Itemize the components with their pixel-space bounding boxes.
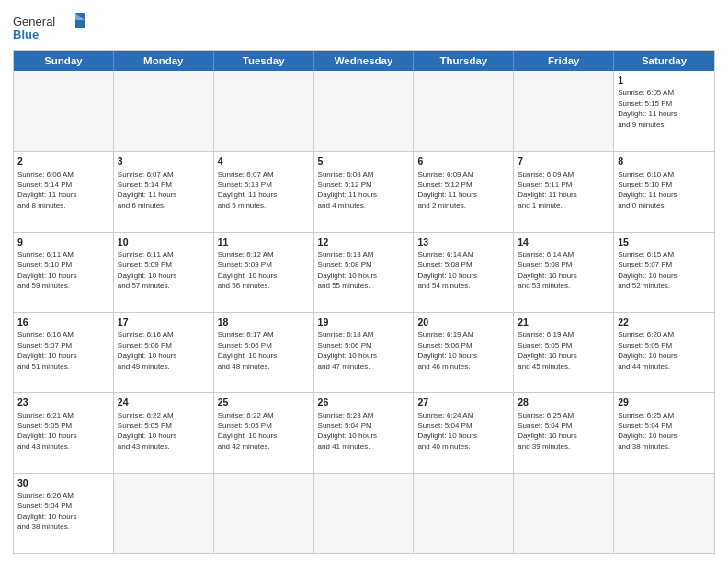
cell-day-number: 16 — [17, 316, 109, 328]
cell-day-number: 17 — [118, 316, 210, 328]
calendar-cell-3: 3Sunrise: 6:07 AM Sunset: 5:14 PM Daylig… — [114, 152, 214, 231]
general-blue-logo-icon: General Blue — [13, 11, 86, 44]
calendar-cell-empty — [414, 474, 514, 553]
calendar: SundayMondayTuesdayWednesdayThursdayFrid… — [13, 50, 715, 554]
cell-day-number: 15 — [618, 236, 711, 248]
cell-sun-info: Sunrise: 6:19 AM Sunset: 5:05 PM Dayligh… — [518, 330, 576, 370]
cell-sun-info: Sunrise: 6:25 AM Sunset: 5:04 PM Dayligh… — [518, 411, 576, 451]
cell-sun-info: Sunrise: 6:11 AM Sunset: 5:09 PM Dayligh… — [118, 250, 176, 290]
calendar-cell-13: 13Sunrise: 6:14 AM Sunset: 5:08 PM Dayli… — [414, 233, 514, 312]
cell-sun-info: Sunrise: 6:20 AM Sunset: 5:05 PM Dayligh… — [618, 330, 677, 370]
calendar-cell-23: 23Sunrise: 6:21 AM Sunset: 5:05 PM Dayli… — [14, 393, 114, 472]
cell-day-number: 19 — [318, 316, 410, 328]
cell-day-number: 14 — [518, 236, 609, 248]
cell-sun-info: Sunrise: 6:16 AM Sunset: 5:07 PM Dayligh… — [17, 330, 76, 370]
cell-sun-info: Sunrise: 6:16 AM Sunset: 5:06 PM Dayligh… — [118, 330, 176, 370]
calendar-cell-17: 17Sunrise: 6:16 AM Sunset: 5:06 PM Dayli… — [114, 313, 214, 392]
cell-day-number: 25 — [218, 396, 310, 408]
cell-sun-info: Sunrise: 6:19 AM Sunset: 5:06 PM Dayligh… — [417, 330, 476, 370]
calendar-cell-empty — [114, 71, 214, 151]
cell-sun-info: Sunrise: 6:07 AM Sunset: 5:13 PM Dayligh… — [218, 170, 277, 210]
cell-sun-info: Sunrise: 6:14 AM Sunset: 5:08 PM Dayligh… — [417, 250, 476, 290]
calendar-cell-empty — [514, 474, 614, 553]
cell-day-number: 20 — [417, 316, 509, 328]
calendar-row: 23Sunrise: 6:21 AM Sunset: 5:05 PM Dayli… — [14, 392, 714, 472]
cell-sun-info: Sunrise: 6:06 AM Sunset: 5:14 PM Dayligh… — [17, 170, 76, 210]
cell-day-number: 11 — [218, 236, 310, 248]
cell-sun-info: Sunrise: 6:26 AM Sunset: 5:04 PM Dayligh… — [17, 491, 76, 531]
calendar-cell-27: 27Sunrise: 6:24 AM Sunset: 5:04 PM Dayli… — [414, 393, 514, 472]
cell-sun-info: Sunrise: 6:22 AM Sunset: 5:05 PM Dayligh… — [118, 411, 176, 451]
cell-sun-info: Sunrise: 6:15 AM Sunset: 5:07 PM Dayligh… — [618, 250, 677, 290]
day-header-monday: Monday — [114, 51, 214, 71]
cell-sun-info: Sunrise: 6:09 AM Sunset: 5:11 PM Dayligh… — [518, 170, 576, 210]
calendar-cell-9: 9Sunrise: 6:11 AM Sunset: 5:10 PM Daylig… — [14, 233, 114, 312]
cell-day-number: 27 — [417, 396, 509, 408]
day-header-friday: Friday — [514, 51, 614, 71]
cell-day-number: 10 — [118, 236, 210, 248]
cell-day-number: 1 — [618, 74, 711, 86]
calendar-cell-12: 12Sunrise: 6:13 AM Sunset: 5:08 PM Dayli… — [314, 233, 415, 312]
cell-sun-info: Sunrise: 6:08 AM Sunset: 5:12 PM Dayligh… — [318, 170, 377, 210]
day-header-wednesday: Wednesday — [314, 51, 415, 71]
svg-text:Blue: Blue — [13, 28, 39, 41]
cell-day-number: 28 — [518, 396, 609, 408]
cell-sun-info: Sunrise: 6:09 AM Sunset: 5:12 PM Dayligh… — [417, 170, 476, 210]
calendar-cell-empty — [514, 71, 614, 151]
svg-text:General: General — [13, 15, 55, 29]
cell-sun-info: Sunrise: 6:21 AM Sunset: 5:05 PM Dayligh… — [17, 411, 76, 451]
cell-day-number: 13 — [417, 236, 509, 248]
header: General Blue — [13, 11, 715, 44]
calendar-cell-20: 20Sunrise: 6:19 AM Sunset: 5:06 PM Dayli… — [414, 313, 514, 392]
page: General Blue SundayMondayTuesdayWednesda… — [0, 0, 728, 563]
cell-day-number: 6 — [417, 155, 509, 167]
cell-sun-info: Sunrise: 6:12 AM Sunset: 5:09 PM Dayligh… — [218, 250, 277, 290]
calendar-cell-11: 11Sunrise: 6:12 AM Sunset: 5:09 PM Dayli… — [214, 233, 314, 312]
calendar-row: 16Sunrise: 6:16 AM Sunset: 5:07 PM Dayli… — [14, 312, 714, 392]
cell-sun-info: Sunrise: 6:11 AM Sunset: 5:10 PM Dayligh… — [17, 250, 76, 290]
cell-day-number: 23 — [17, 396, 109, 408]
calendar-cell-26: 26Sunrise: 6:23 AM Sunset: 5:04 PM Dayli… — [314, 393, 415, 472]
calendar-row: 1Sunrise: 6:05 AM Sunset: 5:15 PM Daylig… — [14, 71, 714, 151]
cell-day-number: 26 — [318, 396, 410, 408]
cell-sun-info: Sunrise: 6:24 AM Sunset: 5:04 PM Dayligh… — [417, 411, 476, 451]
calendar-cell-2: 2Sunrise: 6:06 AM Sunset: 5:14 PM Daylig… — [14, 152, 114, 231]
calendar-cell-19: 19Sunrise: 6:18 AM Sunset: 5:06 PM Dayli… — [314, 313, 415, 392]
calendar-cell-25: 25Sunrise: 6:22 AM Sunset: 5:05 PM Dayli… — [214, 393, 314, 472]
cell-day-number: 24 — [118, 396, 210, 408]
cell-day-number: 30 — [17, 477, 109, 489]
logo: General Blue — [13, 11, 86, 44]
calendar-cell-1: 1Sunrise: 6:05 AM Sunset: 5:15 PM Daylig… — [614, 71, 714, 151]
cell-day-number: 9 — [17, 236, 109, 248]
cell-day-number: 12 — [318, 236, 410, 248]
calendar-cell-7: 7Sunrise: 6:09 AM Sunset: 5:11 PM Daylig… — [514, 152, 614, 231]
cell-day-number: 22 — [618, 316, 711, 328]
calendar-cell-empty — [114, 474, 214, 553]
cell-day-number: 7 — [518, 155, 609, 167]
cell-sun-info: Sunrise: 6:25 AM Sunset: 5:04 PM Dayligh… — [618, 411, 677, 451]
cell-day-number: 5 — [318, 155, 410, 167]
calendar-cell-15: 15Sunrise: 6:15 AM Sunset: 5:07 PM Dayli… — [614, 233, 714, 312]
day-header-thursday: Thursday — [414, 51, 514, 71]
calendar-cell-empty — [14, 71, 114, 151]
cell-day-number: 3 — [118, 155, 210, 167]
calendar-cell-empty — [214, 71, 314, 151]
day-header-sunday: Sunday — [14, 51, 114, 71]
calendar-cell-28: 28Sunrise: 6:25 AM Sunset: 5:04 PM Dayli… — [514, 393, 614, 472]
day-header-tuesday: Tuesday — [214, 51, 314, 71]
cell-sun-info: Sunrise: 6:18 AM Sunset: 5:06 PM Dayligh… — [318, 330, 377, 370]
calendar-cell-22: 22Sunrise: 6:20 AM Sunset: 5:05 PM Dayli… — [614, 313, 714, 392]
calendar-cell-empty — [314, 474, 415, 553]
calendar-cell-empty — [414, 71, 514, 151]
calendar-cell-empty — [214, 474, 314, 553]
calendar-cell-29: 29Sunrise: 6:25 AM Sunset: 5:04 PM Dayli… — [614, 393, 714, 472]
calendar-cell-10: 10Sunrise: 6:11 AM Sunset: 5:09 PM Dayli… — [114, 233, 214, 312]
calendar-grid: 1Sunrise: 6:05 AM Sunset: 5:15 PM Daylig… — [14, 71, 714, 553]
calendar-row: 30Sunrise: 6:26 AM Sunset: 5:04 PM Dayli… — [14, 473, 714, 553]
cell-day-number: 4 — [218, 155, 310, 167]
cell-sun-info: Sunrise: 6:05 AM Sunset: 5:15 PM Dayligh… — [618, 88, 677, 128]
cell-day-number: 29 — [618, 396, 711, 408]
cell-sun-info: Sunrise: 6:07 AM Sunset: 5:14 PM Dayligh… — [118, 170, 176, 210]
calendar-cell-30: 30Sunrise: 6:26 AM Sunset: 5:04 PM Dayli… — [14, 474, 114, 553]
calendar-cell-empty — [614, 474, 714, 553]
